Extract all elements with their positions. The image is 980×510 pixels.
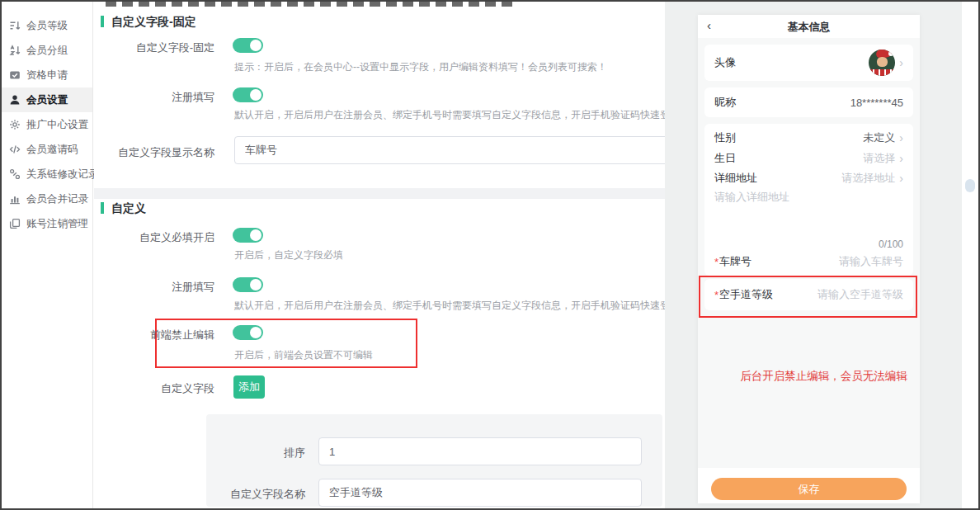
clipped-top-text (106, 2, 515, 7)
sort-input[interactable] (318, 437, 642, 465)
gender-value: 未定义 (863, 130, 895, 145)
phone-preview: ‹ 基本信息 头像 › 昵称 18*******45 (698, 15, 920, 503)
karate-label: 空手道等级 (719, 287, 773, 302)
sidebar-item-label: 账号注销管理 (26, 217, 88, 231)
sort-alpha-icon (9, 45, 21, 56)
sidebar-item-member-level[interactable]: 会员等级 (2, 13, 92, 38)
birthday-label: 生日 (714, 151, 736, 166)
sidebar-item-member-settings[interactable]: 会员设置 (2, 87, 92, 112)
profile-card: 性别 未定义 › 生日 请选择 › 详细地址 请选择地址 › 请输入详细地址 (704, 124, 913, 257)
karate-card: * 空手道等级 请输入空手道等级 (704, 279, 913, 310)
karate-input[interactable]: 请输入空手道等级 (817, 287, 903, 302)
sidebar: 会员等级 会员分组 资格申请 会员设置 推广中心设置 会员邀请码 关系链修改记录 (2, 2, 93, 508)
chevron-right-icon[interactable]: › (899, 172, 903, 185)
scrollbar-thumb[interactable] (965, 179, 975, 192)
sidebar-item-label: 推广中心设置 (26, 118, 88, 132)
plate-card: * 车牌号 请输入车牌号 (704, 248, 913, 276)
section-title-custom: 自定义 (111, 201, 146, 216)
sidebar-item-merge-records[interactable]: 会员合并记录 (2, 187, 92, 211)
front-disable-toggle[interactable] (233, 325, 263, 340)
sidebar-item-invite-code[interactable]: 会员邀请码 (2, 137, 92, 162)
display-name-label: 自定义字段显示名称 (94, 145, 214, 160)
address-label: 详细地址 (714, 171, 757, 186)
sidebar-item-member-group[interactable]: 会员分组 (2, 38, 92, 63)
address-textarea[interactable]: 请输入详细地址 (714, 190, 789, 205)
chevron-right-icon[interactable]: › (899, 131, 903, 144)
save-button[interactable]: 保存 (711, 478, 907, 500)
section-divider (94, 188, 665, 199)
register-fill-label: 注册填写 (94, 90, 214, 105)
chevron-right-icon[interactable]: › (899, 152, 903, 165)
sort-numeric-icon (9, 20, 21, 31)
required-hint: 开启后，自定义字段必填 (234, 248, 343, 262)
custom-field-label: 自定义字段 (94, 381, 214, 396)
preview-title: 基本信息 (698, 20, 920, 35)
address-value: 请选择地址 (841, 171, 895, 186)
sort-label: 排序 (223, 446, 305, 460)
birthday-value: 请选择 (863, 151, 895, 166)
register-fill-toggle[interactable] (233, 87, 263, 102)
nickname-card: 昵称 18*******45 (704, 87, 913, 117)
sidebar-item-label: 会员设置 (26, 93, 68, 107)
required-toggle[interactable] (233, 228, 263, 243)
file-copy-icon (9, 218, 21, 229)
nickname-value: 18*******45 (850, 97, 903, 109)
settings-panel: 自定义字段-固定 自定义字段-固定 提示：开启后，在会员中心--设置中显示字段，… (94, 2, 665, 508)
fixed-field-toggle[interactable] (233, 38, 263, 53)
save-bar: 保存 (698, 468, 920, 503)
custom-field-form-card: 排序 自定义字段名称 (206, 414, 662, 507)
required-toggle-label: 自定义必填开启 (94, 230, 214, 245)
gender-label: 性别 (714, 130, 736, 145)
sidebar-item-label: 会员邀请码 (26, 143, 78, 157)
field-name-label: 自定义字段名称 (223, 487, 305, 502)
sidebar-item-promotion-settings[interactable]: 推广中心设置 (2, 112, 92, 137)
checkbox-icon (9, 69, 21, 81)
gear-icon (9, 119, 21, 130)
sidebar-item-account-cancel[interactable]: 账号注销管理 (2, 211, 92, 236)
avatar[interactable] (869, 50, 895, 76)
link-icon (9, 168, 21, 180)
display-name-input[interactable] (234, 136, 665, 164)
sidebar-item-label: 会员等级 (26, 19, 68, 33)
register-fill2-toggle[interactable] (233, 277, 263, 292)
sidebar-item-relation-log[interactable]: 关系链修改记录 (2, 162, 92, 187)
preview-region: ‹ 基本信息 头像 › 昵称 18*******45 (665, 2, 964, 508)
add-field-button[interactable]: 添加 (233, 375, 265, 399)
fixed-field-toggle-label: 自定义字段-固定 (94, 40, 214, 55)
avatar-card: 头像 › (704, 45, 913, 81)
required-mark: * (714, 256, 719, 268)
member-settings-page: 会员等级 会员分组 资格申请 会员设置 推广中心设置 会员邀请码 关系链修改记录 (0, 0, 980, 510)
sidebar-item-qualification[interactable]: 资格申请 (2, 63, 92, 87)
sidebar-item-label: 关系链修改记录 (26, 168, 99, 182)
plate-input[interactable]: 请输入车牌号 (839, 254, 903, 269)
sidebar-item-label: 资格申请 (26, 68, 68, 83)
register-fill2-label: 注册填写 (94, 280, 214, 295)
field-name-input[interactable] (318, 479, 642, 507)
preview-header: ‹ 基本信息 (698, 15, 920, 38)
nickname-label: 昵称 (714, 95, 736, 110)
front-disable-label: 前端禁止编辑 (94, 328, 214, 342)
section-title-fixed: 自定义字段-固定 (111, 15, 196, 30)
sidebar-item-label: 会员合并记录 (26, 192, 88, 206)
chevron-right-icon[interactable]: › (899, 56, 903, 69)
register-fill2-hint: 默认开启，开启后用户在注册会员、绑定手机号时需要填写自定义字段信息，开启手机验证… (234, 299, 665, 313)
required-mark: * (714, 289, 719, 301)
plate-label: 车牌号 (719, 254, 751, 269)
front-disable-hint: 开启后，前端会员设置不可编辑 (234, 348, 373, 362)
annotation-text: 后台开启禁止编辑，会员无法编辑 (698, 369, 920, 384)
page-scrollbar[interactable] (962, 2, 978, 508)
register-fill-hint: 默认开启，开启后用户在注册会员、绑定手机号时需要填写自定义字段信息，开启手机验证… (234, 108, 665, 122)
bar-chart-icon (9, 193, 21, 205)
fixed-field-hint: 提示：开启后，在会员中心--设置中显示字段，用户编辑资料填写！会员列表可搜索！ (234, 60, 607, 74)
avatar-label: 头像 (714, 55, 736, 70)
sidebar-item-label: 会员分组 (26, 44, 68, 58)
code-icon (9, 144, 21, 155)
user-icon (9, 94, 21, 106)
